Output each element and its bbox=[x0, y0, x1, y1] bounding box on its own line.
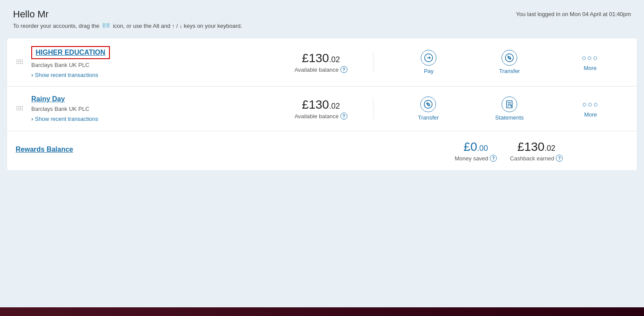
rewards-balance-columns: £0.00 Money saved ? £130.02 Cashback ear… bbox=[455, 140, 628, 162]
money-saved-pence: .00 bbox=[477, 144, 488, 153]
money-saved-label: Money saved ? bbox=[455, 155, 497, 162]
balance-amount-higher-education: £130.02 bbox=[302, 51, 340, 65]
last-login: You last logged in on Mon 04 April at 01… bbox=[516, 9, 631, 17]
balance-pounds: £130 bbox=[302, 51, 329, 65]
money-saved-info-icon[interactable]: ? bbox=[490, 155, 497, 162]
bottom-bar bbox=[0, 307, 644, 316]
transfer-icon bbox=[502, 50, 517, 66]
account-row-rainy-day: ⠿⠿ Rainy Day Barclays Bank UK PLC › Show… bbox=[7, 86, 637, 131]
transfer-button-rainy-day[interactable]: Transfer bbox=[413, 94, 443, 123]
chevron-right-icon-rainy: › bbox=[31, 116, 33, 122]
account-info-rainy-day: Rainy Day Barclays Bank UK PLC › Show re… bbox=[31, 95, 269, 122]
cashback-earned-col: £130.02 Cashback earned ? bbox=[510, 140, 563, 162]
cashback-pence: .02 bbox=[545, 144, 555, 153]
transfer-button-higher-education[interactable]: Transfer bbox=[494, 48, 525, 77]
rewards-info: Rewards Balance bbox=[16, 146, 446, 156]
reorder-hint-text1: To reorder your accounts, drag the bbox=[13, 23, 99, 29]
account-row-rewards: Rewards Balance £0.00 Money saved ? £130… bbox=[7, 131, 637, 170]
show-transactions-rainy-day[interactable]: › Show recent transactions bbox=[31, 116, 269, 122]
statements-label: Statements bbox=[495, 114, 524, 121]
money-saved-pounds: £0 bbox=[464, 140, 477, 153]
transfer-label-rainy: Transfer bbox=[418, 114, 439, 121]
header-left: Hello Mr To reorder your accounts, drag … bbox=[13, 9, 242, 29]
accounts-container: ⠿⠿ HIGHER EDUCATION Barclays Bank UK PLC… bbox=[7, 38, 637, 171]
show-transactions-label: Show recent transactions bbox=[35, 72, 98, 78]
balance-pounds-rainy: £130 bbox=[302, 98, 329, 111]
money-saved-col: £0.00 Money saved ? bbox=[455, 140, 497, 162]
transfer-icon-rainy bbox=[420, 96, 436, 112]
cashback-label-text: Cashback earned bbox=[510, 155, 554, 162]
svg-point-1 bbox=[505, 54, 513, 62]
balance-info-icon[interactable]: ? bbox=[340, 66, 347, 73]
rewards-balance-link[interactable]: Rewards Balance bbox=[16, 146, 73, 153]
balance-label-text: Available balance bbox=[294, 67, 339, 73]
balance-section-higher-education: £130.02 Available balance ? bbox=[278, 51, 373, 73]
balance-pence: .02 bbox=[329, 55, 340, 64]
more-label: More bbox=[584, 65, 597, 71]
bank-name-higher-education: Barclays Bank UK PLC bbox=[31, 62, 269, 68]
pay-button[interactable]: Pay bbox=[413, 48, 444, 77]
balance-label-higher-education: Available balance ? bbox=[294, 66, 347, 73]
bank-name-rainy-day: Barclays Bank UK PLC bbox=[31, 106, 269, 112]
more-button-rainy-day[interactable]: ○○○ More bbox=[575, 98, 606, 120]
cashback-info-icon[interactable]: ? bbox=[556, 155, 563, 162]
greeting: Hello Mr bbox=[13, 9, 242, 20]
account-info-higher-education: HIGHER EDUCATION Barclays Bank UK PLC › … bbox=[31, 46, 269, 78]
cashback-amount: £130.02 bbox=[518, 140, 555, 154]
balance-pence-rainy: .02 bbox=[329, 102, 340, 110]
pay-label: Pay bbox=[424, 68, 433, 74]
account-row-higher-education: ⠿⠿ HIGHER EDUCATION Barclays Bank UK PLC… bbox=[7, 38, 637, 86]
account-name-rainy-day[interactable]: Rainy Day bbox=[31, 95, 65, 103]
reorder-hint-text2: icon, or use the Alt and ↑ / ↓ keys on y… bbox=[113, 23, 242, 29]
actions-rainy-day: Transfer Statements ○○○ More bbox=[382, 94, 629, 123]
more-dots-icon-rainy: ○○○ bbox=[582, 100, 599, 109]
transfer-label: Transfer bbox=[499, 68, 520, 74]
statements-button[interactable]: Statements bbox=[493, 94, 526, 123]
balance-info-icon-rainy[interactable]: ? bbox=[340, 113, 347, 120]
pay-icon bbox=[421, 50, 436, 66]
more-dots-icon: ○○○ bbox=[582, 53, 599, 63]
money-saved-label-text: Money saved bbox=[455, 155, 488, 162]
show-transactions-higher-education[interactable]: › Show recent transactions bbox=[31, 72, 269, 78]
actions-higher-education: Pay Transfer ○○○ More bbox=[382, 48, 629, 77]
balance-label-rainy-day: Available balance ? bbox=[294, 113, 347, 120]
balance-amount-rainy-day: £130.02 bbox=[302, 98, 340, 112]
reorder-hint: To reorder your accounts, drag the ⠿⠿ ic… bbox=[13, 23, 242, 29]
balance-label-text-rainy: Available balance bbox=[294, 113, 339, 120]
show-transactions-label-rainy: Show recent transactions bbox=[35, 116, 98, 122]
cashback-pounds: £130 bbox=[518, 140, 545, 153]
svg-point-2 bbox=[424, 100, 432, 108]
chevron-right-icon: › bbox=[31, 72, 33, 78]
balance-section-rainy-day: £130.02 Available balance ? bbox=[278, 98, 373, 120]
page-header: Hello Mr To reorder your accounts, drag … bbox=[0, 0, 644, 33]
money-saved-amount: £0.00 bbox=[464, 140, 488, 154]
statements-icon bbox=[502, 96, 517, 112]
account-name-higher-education[interactable]: HIGHER EDUCATION bbox=[31, 46, 110, 59]
more-button-higher-education[interactable]: ○○○ More bbox=[575, 51, 605, 73]
drag-handle-rainy-day[interactable]: ⠿⠿ bbox=[16, 105, 23, 112]
more-label-rainy: More bbox=[584, 111, 597, 118]
cashback-label: Cashback earned ? bbox=[510, 155, 563, 162]
drag-dots-icon: ⠿⠿ bbox=[102, 23, 110, 29]
drag-handle[interactable]: ⠿⠿ bbox=[16, 59, 23, 66]
